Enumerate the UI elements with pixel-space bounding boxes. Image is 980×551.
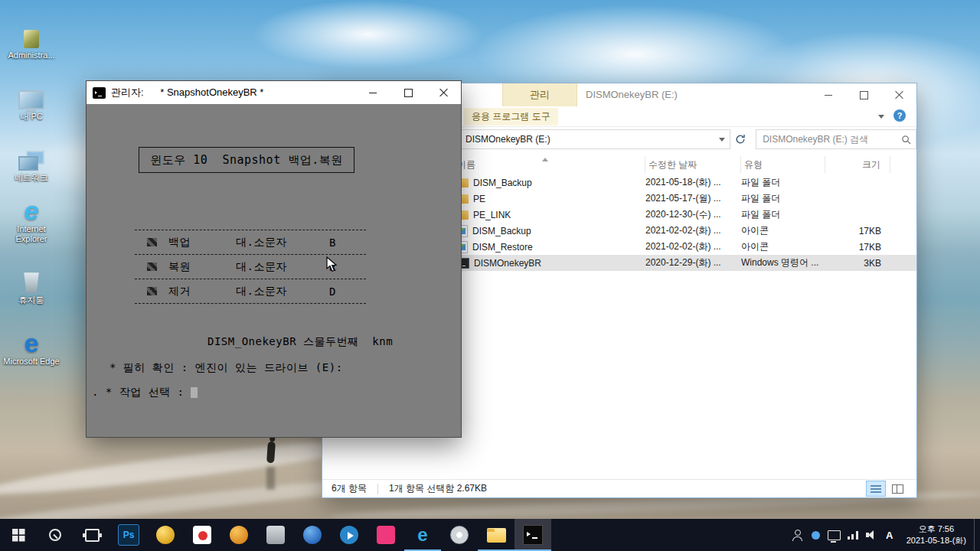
desktop-icon[interactable]: Administra... [2,6,61,61]
taskbar-file-explorer-icon [487,528,506,543]
desktop-icon[interactable]: 휴지통 [2,251,61,306]
taskbar-button[interactable] [331,519,368,551]
desktop-icon[interactable]: e Microsoft Edge [2,312,61,367]
desktop-icon[interactable]: 네트워크 [2,129,61,184]
refresh-button[interactable] [730,130,750,148]
taskbar-button[interactable] [294,519,331,551]
tray-item[interactable] [807,519,825,551]
taskbar-button[interactable] [74,519,110,551]
search-input[interactable] [761,133,901,145]
cmd-prompt-line: . * 작업 선택 : [92,386,198,399]
taskbar-blue-app-icon [303,526,322,544]
tray-item[interactable] [862,519,880,551]
thumbnail-view-icon [892,484,903,494]
column-header-name[interactable]: 이름 [454,156,645,173]
taskbar-gold-antivirus-icon [156,526,175,544]
tray-icons: A [789,519,899,551]
close-icon [894,90,903,99]
column-headers: 이름 수정한 날짜 유형 크기 [454,156,916,173]
menu-option-key: B [329,236,366,249]
cmd-menu-option: 제거 대.소문자 D [135,279,366,304]
desktop-edge-icon: e [24,331,39,354]
address-bar[interactable]: DISMOnekeyBR (E:) [445,129,730,149]
close-icon [439,88,448,97]
file-date: 2021-05-18-(화) ... [645,176,741,189]
maximize-button[interactable] [846,83,881,106]
close-button[interactable] [881,83,916,106]
taskbar-clock[interactable]: 오후 7:56 2021-05-18-(화) [899,523,974,546]
thumbnail-view-button[interactable] [887,481,907,497]
file-type: 파일 폴더 [741,192,825,205]
taskbar-button[interactable] [257,519,294,551]
tray-item[interactable] [789,519,807,551]
desktop-admin-icon [24,30,39,48]
clock-time: 오후 7:56 [906,523,966,535]
taskbar: Ps [0,519,980,551]
file-date: 2020-12-30-(수) ... [645,208,741,221]
taskbar-button[interactable] [220,519,257,551]
taskbar-button[interactable] [0,519,37,551]
taskbar-button[interactable] [368,519,404,551]
details-view-button[interactable] [866,481,886,497]
desktop-icon[interactable]: 내 PC [2,67,61,122]
desktop-recycle-icon [23,272,40,293]
taskbar-media-app-icon [340,526,358,544]
close-button[interactable] [426,81,461,104]
maximize-button[interactable] [390,81,426,104]
clock-date: 2021-05-18-(화) [906,535,966,546]
taskbar-photoshop-icon: Ps [118,524,139,546]
file-row[interactable]: PE 2021-05-17-(월) ... 파일 폴더 [454,191,916,207]
tray-ime-icon: A [880,525,899,545]
column-header-date[interactable]: 수정한 날짜 [645,156,741,173]
tray-item[interactable] [825,519,844,551]
explorer-window-title: DISMOnekeyBR (E:) [586,83,678,106]
help-icon[interactable]: ? [893,109,906,122]
desktop-ie-icon: e [24,199,39,222]
file-row[interactable]: DISMOnekeyBR 2020-12-29-(화) ... Windows … [454,255,916,271]
file-date: 2021-02-02-(화) ... [645,240,741,253]
ribbon-collapse-icon[interactable] [878,115,884,119]
taskbar-task-view-icon [85,529,100,542]
taskbar-button[interactable]: e [404,519,441,551]
address-dropdown-icon[interactable] [719,138,725,142]
file-date: 2020-12-29-(화) ... [645,256,741,269]
taskbar-button[interactable] [441,519,478,551]
taskbar-button[interactable] [37,519,74,551]
taskbar-button[interactable] [147,519,184,551]
taskbar-gray-app-icon [266,526,285,544]
tray-volume-icon [866,530,877,540]
ribbon-tab-app-tools[interactable]: 응용 프로그램 도구 [464,108,558,126]
ribbon-tab-manage[interactable]: 관리 [502,83,577,106]
column-header-size[interactable]: 크기 [825,156,890,173]
search-icon [901,135,911,145]
taskbar-button[interactable] [514,519,551,551]
desktop-pc-icon [18,90,44,109]
taskbar-button[interactable]: Ps [110,519,147,551]
desktop-icon-label: 네트워크 [15,173,48,184]
desktop-icon[interactable]: e Internet Explorer [2,190,61,245]
cmd-version-line: DISM_OnekeyBR 스물두번째 knm [207,335,393,349]
checkered-box-icon [147,287,157,295]
taskbar-button[interactable] [478,519,514,551]
tray-item[interactable] [844,519,862,551]
column-header-type[interactable]: 유형 [741,156,825,173]
show-desktop-button[interactable] [974,519,980,551]
file-size: 17KB [825,242,890,253]
minimize-button[interactable] [811,83,846,106]
taskbar-button[interactable] [184,519,220,551]
tray-item[interactable]: A [880,519,899,551]
maximize-icon [860,91,868,99]
taskbar-windows-start-icon [12,529,25,542]
search-box[interactable] [756,129,916,149]
cmd-titlebar[interactable]: 관리자: * SnapshotOnekeyBR * [87,81,461,104]
file-row[interactable]: PE_LINK 2020-12-30-(수) ... 파일 폴더 [454,207,916,223]
minimize-button[interactable] [355,81,390,104]
file-row[interactable]: DISM_Restore 2021-02-02-(화) ... 아이콘 17KB [454,239,916,255]
file-row[interactable]: DISM_Backup 2021-05-18-(화) ... 파일 폴더 [454,174,916,191]
taskbar-orange-app-icon [230,526,248,544]
cmd-icon [93,87,106,99]
status-item-count: 6개 항목 [332,482,367,495]
sort-ascending-icon [542,158,548,161]
file-type: Windows 명령어 ... [741,256,825,269]
file-row[interactable]: DISM_Backup 2021-02-02-(화) ... 아이콘 17KB [454,223,916,239]
